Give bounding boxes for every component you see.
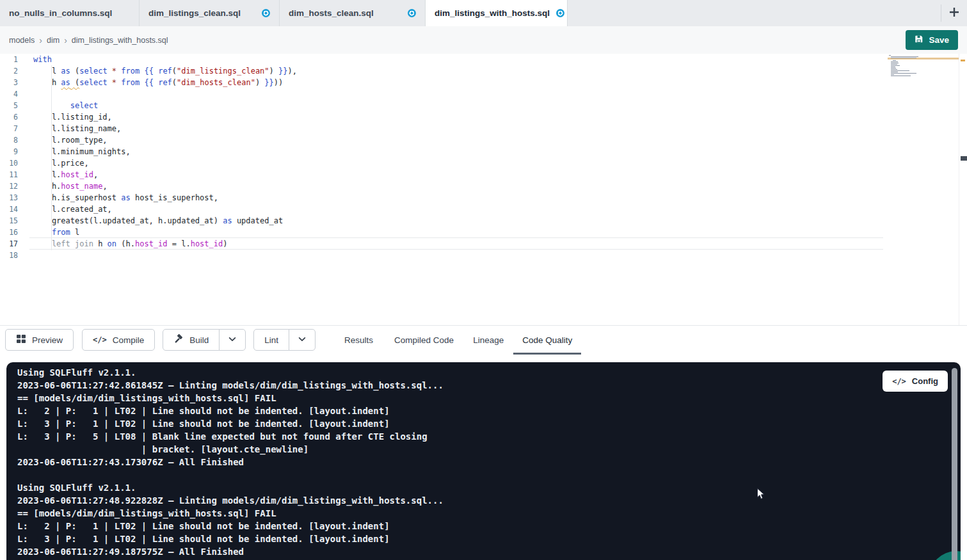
terminal-line <box>17 468 444 481</box>
lint-button-label: Lint <box>264 335 278 345</box>
chevron-right-icon: › <box>39 35 42 45</box>
code-line[interactable]: 16 from l <box>0 227 967 238</box>
tab-compiled-code-label: Compiled Code <box>394 335 454 345</box>
code-line[interactable]: 12 h.host_name, <box>0 180 967 192</box>
code-line[interactable]: 2 l as (select * from {{ ref("dim_listin… <box>0 65 967 77</box>
save-button[interactable]: Save <box>906 30 958 50</box>
build-dropdown-button[interactable] <box>219 329 246 351</box>
tab-code-quality[interactable]: Code Quality <box>522 326 572 355</box>
tab-dim-listings-with-hosts[interactable]: dim_listings_with_hosts.sql <box>426 0 568 26</box>
build-button-label: Build <box>189 335 209 345</box>
code-line[interactable]: 13 h.is_superhost as host_is_superhost, <box>0 192 967 204</box>
save-button-label: Save <box>929 35 949 45</box>
code-line[interactable]: 6 l.listing_id, <box>0 111 967 123</box>
editor-action-bar: Preview </> Compile Build Lint <box>0 325 967 354</box>
lint-button-group: Lint <box>253 329 316 351</box>
overview-ruler-warning-mark <box>961 60 965 61</box>
config-button[interactable]: </> Config <box>883 371 948 392</box>
mouse-cursor <box>756 488 765 503</box>
terminal-line: == [models/dim/dim_listings_with_hosts.s… <box>17 392 444 404</box>
tab-results-label: Results <box>344 335 373 345</box>
editor-tab-bar: no_nulls_in_columns.sql dim_listings_cle… <box>0 0 967 26</box>
breadcrumb-row: models › dim › dim_listings_with_hosts.s… <box>0 26 967 54</box>
unsaved-indicator-dot <box>556 9 564 17</box>
editor-scrollbar-track <box>959 54 959 325</box>
compile-button-label: Compile <box>113 335 145 345</box>
code-brackets-icon: </> <box>93 335 107 344</box>
tab-label: dim_listings_with_hosts.sql <box>435 8 550 18</box>
tab-compiled-code[interactable]: Compiled Code <box>394 326 454 355</box>
code-line[interactable]: 8 l.room_type, <box>0 134 967 146</box>
tab-label: dim_listings_clean.sql <box>148 8 241 18</box>
code-line[interactable]: 3 h as (select * from {{ ref("dim_hosts_… <box>0 77 967 88</box>
build-button-group: Build <box>163 329 246 351</box>
chevron-down-icon <box>228 335 237 346</box>
code-line[interactable]: 10 l.price, <box>0 157 967 169</box>
terminal-line: Using SQLFluff v2.1.1. <box>17 481 444 494</box>
editor-scrollbar-thumb[interactable] <box>961 156 967 161</box>
preview-button-label: Preview <box>32 335 63 345</box>
code-brackets-icon: </> <box>892 377 906 386</box>
tab-results[interactable]: Results <box>344 326 373 355</box>
code-line[interactable]: 1with <box>0 54 967 65</box>
terminal-line: 2023-06-06T11:27:43.173076Z — All Finish… <box>17 456 444 468</box>
breadcrumb-item-dim: dim <box>47 36 60 45</box>
new-tab-button[interactable] <box>941 0 967 26</box>
code-line[interactable]: 4 <box>0 88 967 100</box>
terminal-line: L: 3 | P: 5 | LT08 | Blank line expected… <box>17 430 444 443</box>
terminal-line: Using SQLFluff v2.1.1. <box>17 366 444 379</box>
terminal-line: 2023-06-06T11:27:48.922828Z — Linting mo… <box>17 494 444 507</box>
preview-grid-icon <box>16 334 26 346</box>
build-button[interactable]: Build <box>163 329 220 351</box>
chevron-down-icon <box>298 335 307 346</box>
tab-lineage-label: Lineage <box>473 335 504 345</box>
terminal-line: 2023-06-06T11:27:42.861845Z — Linting mo… <box>17 379 444 392</box>
config-button-label: Config <box>912 376 938 386</box>
terminal-line: | bracket. [layout.cte_newline] <box>17 443 444 456</box>
unsaved-indicator-dot <box>408 9 416 17</box>
plus-icon <box>948 6 960 20</box>
tab-dim-listings-clean[interactable]: dim_listings_clean.sql <box>140 0 280 26</box>
code-line[interactable]: 14 l.created_at, <box>0 204 967 215</box>
tab-dim-hosts-clean[interactable]: dim_hosts_clean.sql <box>280 0 426 26</box>
unsaved-indicator-dot <box>262 9 270 17</box>
preview-button[interactable]: Preview <box>5 329 74 351</box>
code-lines: 1with2 l as (select * from {{ ref("dim_l… <box>0 54 967 261</box>
hammer-icon <box>173 334 184 346</box>
terminal-output-panel: Using SQLFluff v2.1.1.2023-06-06T11:27:4… <box>6 362 961 560</box>
code-line[interactable]: 17 left join h on (h.host_id = l.host_id… <box>0 238 967 250</box>
code-line[interactable]: 11 l.host_id, <box>0 169 967 180</box>
breadcrumb-item-models: models <box>9 36 35 45</box>
breadcrumb: models › dim › dim_listings_with_hosts.s… <box>9 26 168 54</box>
terminal-log: Using SQLFluff v2.1.1.2023-06-06T11:27:4… <box>17 366 444 558</box>
code-line[interactable]: 7 l.listing_name, <box>0 123 967 134</box>
lint-dropdown-button[interactable] <box>289 329 316 351</box>
tab-no-nulls-in-columns[interactable]: no_nulls_in_columns.sql <box>0 0 140 26</box>
code-line[interactable]: 18 <box>0 250 967 261</box>
tab-lineage[interactable]: Lineage <box>473 326 504 355</box>
breadcrumb-item-file: dim_listings_with_hosts.sql <box>72 36 168 45</box>
code-line[interactable]: 15 greatest(l.updated_at, h.updated_at) … <box>0 215 967 227</box>
terminal-line: L: 2 | P: 1 | LT02 | Line should not be … <box>17 404 444 417</box>
tab-label: dim_hosts_clean.sql <box>289 8 374 18</box>
chevron-right-icon: › <box>64 35 67 45</box>
code-editor[interactable]: 1with2 l as (select * from {{ ref("dim_l… <box>0 54 967 325</box>
terminal-line: L: 3 | P: 1 | LT02 | Line should not be … <box>17 532 444 545</box>
tabbar-spacer <box>568 0 941 26</box>
tab-label: no_nulls_in_columns.sql <box>9 8 112 18</box>
tab-code-quality-label: Code Quality <box>522 335 572 345</box>
code-line[interactable]: 9 l.minimum_nights, <box>0 146 967 157</box>
terminal-line: L: 3 | P: 1 | LT02 | Line should not be … <box>17 417 444 430</box>
terminal-line: L: 2 | P: 1 | LT02 | Line should not be … <box>17 520 444 532</box>
compile-button[interactable]: </> Compile <box>82 329 155 351</box>
save-floppy-icon <box>915 35 923 45</box>
code-line[interactable]: 5 select <box>0 100 967 111</box>
minimap[interactable] <box>889 55 936 78</box>
terminal-scrollbar-thumb[interactable] <box>952 368 957 560</box>
terminal-line: == [models/dim/dim_listings_with_hosts.s… <box>17 507 444 520</box>
lint-button[interactable]: Lint <box>253 329 289 351</box>
terminal-line: 2023-06-06T11:27:49.187575Z — All Finish… <box>17 545 444 558</box>
